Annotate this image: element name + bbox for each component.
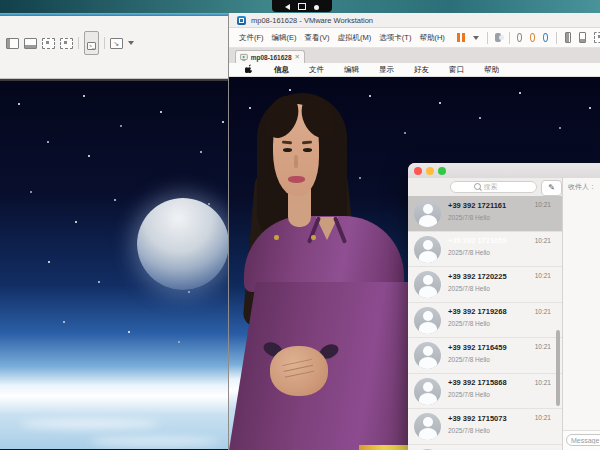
snapshot-manager-icon[interactable] — [517, 33, 522, 42]
thumbnail-bar-icon[interactable] — [24, 38, 37, 49]
conversation-time: 10:21 — [535, 414, 551, 421]
presenter-nose — [294, 155, 298, 168]
search-input[interactable] — [484, 183, 514, 190]
window-title: mp08-161628 - VMware Workstation — [251, 16, 373, 25]
zoom-icon[interactable] — [438, 167, 446, 175]
conversation-time: 10:21 — [535, 237, 551, 244]
conversation-time: 10:21 — [535, 343, 551, 350]
messages-toolbar: ✎ — [408, 178, 562, 196]
left-vmware-window: >_ ↘ — [0, 13, 232, 450]
presenter-eye — [303, 148, 312, 152]
conversation-row[interactable]: +39 392 1716459 10:21 2025/7/8 Hello — [408, 338, 562, 374]
vm-tab-icon — [240, 53, 248, 62]
conversation-row[interactable]: +39 392 2662240 10:21 2025/7/8 Hello — [408, 445, 562, 450]
record-icon[interactable] — [314, 5, 319, 10]
conversation-preview: 2025/7/8 Hello — [448, 427, 490, 434]
conversation-time: 10:21 — [535, 201, 551, 208]
revert-snapshot-icon[interactable] — [543, 33, 548, 42]
pause-icon[interactable] — [457, 33, 465, 42]
conversation-number: +39 392 1721059 — [448, 236, 507, 245]
screen: >_ ↘ mp08-161628 - VMware Workstation 文件… — [0, 0, 600, 450]
menu-help[interactable]: 帮助(H) — [419, 33, 444, 43]
fit-guest-icon[interactable]: ↘ — [110, 38, 123, 49]
message-input[interactable] — [566, 434, 600, 446]
vm-tab[interactable]: mp08-161628 ✕ — [235, 50, 305, 63]
close-icon[interactable] — [414, 167, 422, 175]
conversation-preview: 2025/7/8 Hello — [448, 285, 490, 292]
conversation-preview: 2025/7/8 Hello — [448, 249, 490, 256]
mac-menu-edit[interactable]: 编辑 — [344, 65, 359, 75]
autoprotect-icon[interactable] — [530, 33, 535, 42]
conversation-row[interactable]: +39 392 1715073 10:21 2025/7/8 Hello — [408, 409, 562, 445]
window-icon[interactable] — [298, 3, 306, 10]
toolbar-separator — [104, 37, 105, 49]
conversation-row[interactable]: +39 392 1721161 10:21 2025/7/8 Hello — [408, 196, 562, 232]
conversation-number: +39 392 1720225 — [448, 272, 507, 281]
back-icon[interactable] — [285, 4, 290, 10]
recipient-label: 收件人： — [568, 182, 596, 192]
floating-toolbar[interactable] — [272, 0, 332, 12]
contact-avatar-icon — [414, 342, 441, 369]
conversation-row[interactable]: +39 392 1719268 10:21 2025/7/8 Hello — [408, 303, 562, 339]
starfield — [18, 103, 20, 105]
conversation-row[interactable]: +39 392 1721059 10:21 2025/7/8 Hello — [408, 232, 562, 268]
mac-menu-buddies[interactable]: 好友 — [414, 65, 429, 75]
cloud — [90, 437, 220, 446]
menu-file[interactable]: 文件(F) — [239, 33, 264, 43]
contact-avatar-icon — [414, 307, 441, 334]
macos-menu-bar: 信息 文件 编辑 显示 好友 窗口 帮助 — [229, 63, 600, 77]
presenter-dress — [229, 282, 436, 450]
scrollbar-thumb[interactable] — [556, 330, 561, 406]
fullscreen-icon[interactable] — [594, 32, 600, 43]
presenter-hands — [270, 346, 328, 396]
menu-vm[interactable]: 虚拟机(M) — [338, 33, 372, 43]
vmware-menu-bar: 文件(F) 编辑(E) 查看(V) 虚拟机(M) 选项卡(T) 帮助(H) — [229, 28, 600, 48]
conversation-number: +39 392 1721161 — [448, 201, 506, 210]
messages-window: ✎ 收件人： +39 392 1721161 10:21 2025/7/8 He… — [408, 163, 600, 450]
contact-avatar-icon — [414, 236, 441, 263]
power-dropdown-icon[interactable] — [473, 36, 479, 40]
enter-fullscreen-icon[interactable] — [42, 38, 55, 49]
console-icon: >_ — [87, 42, 96, 50]
console-button[interactable]: >_ — [84, 31, 99, 55]
search-field[interactable] — [450, 181, 537, 193]
conversation-row[interactable]: +39 392 1715868 10:21 2025/7/8 Hello — [408, 374, 562, 410]
menu-tabs[interactable]: 选项卡(T) — [379, 33, 411, 43]
moon — [137, 198, 229, 290]
starfield — [249, 107, 251, 109]
presenter-eye — [283, 148, 292, 152]
minimize-icon[interactable] — [426, 167, 434, 175]
conversation-time: 10:21 — [535, 379, 551, 386]
chevron-down-icon[interactable] — [128, 41, 134, 45]
thumbnail-panel-icon[interactable] — [579, 32, 586, 43]
title-bar[interactable]: mp08-161628 - VMware Workstation — [229, 13, 600, 28]
snapshot-camera-icon[interactable] — [495, 33, 500, 42]
left-toolbar: >_ ↘ — [0, 16, 232, 79]
mac-menu-messages[interactable]: 信息 — [274, 65, 289, 75]
vm-tab-label: mp08-161628 — [251, 54, 292, 61]
left-vm-screen — [0, 79, 232, 450]
conversation-pane: 收件人： — [563, 178, 600, 450]
compose-button[interactable]: ✎ — [541, 180, 562, 196]
messages-title-bar[interactable] — [408, 163, 600, 179]
menu-view[interactable]: 查看(V) — [305, 33, 330, 43]
mac-menu-view[interactable]: 显示 — [379, 65, 394, 75]
tab-bar: mp08-161628 ✕ — [229, 48, 600, 64]
vmware-icon — [237, 16, 246, 25]
conversation-list: +39 392 1721161 10:21 2025/7/8 Hello +39… — [408, 196, 562, 450]
conversation-preview: 2025/7/8 Hello — [448, 391, 490, 398]
exit-fullscreen-icon[interactable] — [60, 38, 73, 49]
apple-icon[interactable] — [245, 64, 254, 75]
menu-edit[interactable]: 编辑(E) — [272, 33, 297, 43]
conversation-row[interactable]: +39 392 1720225 10:21 2025/7/8 Hello — [408, 267, 562, 303]
toolbar-separator — [78, 37, 79, 49]
contact-avatar-icon — [414, 413, 441, 440]
mac-menu-file[interactable]: 文件 — [309, 65, 324, 75]
conversation-time: 10:21 — [535, 272, 551, 279]
contact-avatar-icon — [414, 378, 441, 405]
tab-close-icon[interactable]: ✕ — [295, 53, 300, 61]
mac-menu-help[interactable]: 帮助 — [484, 65, 499, 75]
library-panel-icon[interactable] — [565, 32, 572, 43]
library-panel-icon[interactable] — [6, 38, 19, 49]
mac-menu-window[interactable]: 窗口 — [449, 65, 464, 75]
